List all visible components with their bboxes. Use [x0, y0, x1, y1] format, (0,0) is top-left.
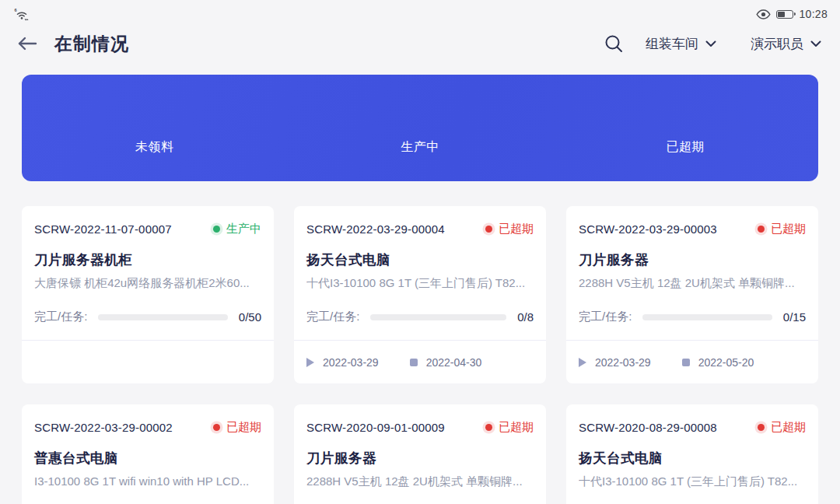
battery-icon	[776, 10, 793, 19]
stop-icon	[410, 359, 418, 366]
status-badge: 已超期	[758, 222, 806, 236]
status-label: 已超期	[771, 420, 806, 435]
wifi-icon: 6	[14, 8, 30, 21]
tab-in-production[interactable]: 生产中	[287, 139, 552, 181]
status-label: 已超期	[771, 222, 806, 236]
stop-icon	[682, 359, 690, 366]
status-badge: 已超期	[485, 420, 534, 435]
product-spec: 十代I3-10100 8G 1T (三年上门售后) T82...	[579, 474, 806, 489]
work-order-card[interactable]: SCRW-2022-11-07-00007 生产中 刀片服务器机柜 大唐保镖 机…	[22, 206, 274, 383]
product-title: 刀片服务器	[306, 449, 534, 467]
progress-label: 完工/任务:	[34, 310, 87, 324]
product-spec: I3-10100 8G 1T wifi win10 with HP LCD...	[34, 474, 261, 488]
work-order-card[interactable]: SCRW-2022-03-29-00004 已超期 扬天台式电脑 十代I3-10…	[294, 206, 546, 383]
start-date-label: 2022-03-29	[323, 356, 379, 369]
status-badge: 生产中	[213, 222, 261, 236]
work-order-card[interactable]: SCRW-2022-03-29-00003 已超期 刀片服务器 2288H V5…	[566, 206, 818, 383]
progress-bar	[642, 314, 772, 320]
summary-banner: 未领料 生产中 已超期	[22, 75, 818, 181]
order-number: SCRW-2020-08-29-00008	[579, 421, 717, 434]
product-spec: 大唐保镖 机柜42u网络服务器机柜2米60...	[34, 276, 261, 291]
status-dot-icon	[485, 226, 492, 233]
status-time: 10:28	[799, 8, 828, 20]
status-dot-icon	[758, 226, 765, 233]
start-icon	[306, 358, 314, 367]
start-date-label: 2022-03-29	[595, 356, 651, 369]
progress-label: 完工/任务:	[306, 310, 359, 324]
search-icon[interactable]	[600, 30, 627, 57]
page-title: 在制情况	[54, 32, 129, 56]
start-date: 2022-03-29	[579, 356, 651, 369]
progress-label: 完工/任务:	[579, 310, 632, 324]
product-spec: 2288H V5主机 12盘 2U机架式 单颗铜牌...	[306, 474, 534, 489]
user-selector[interactable]: 演示职员	[751, 35, 821, 53]
status-label: 已超期	[499, 222, 534, 236]
start-icon	[579, 358, 586, 367]
order-number: SCRW-2020-09-01-00009	[306, 421, 445, 434]
end-date: 2022-05-20	[682, 356, 754, 369]
chevron-down-icon	[810, 40, 821, 47]
card-footer: 2022-03-29 2022-04-30	[294, 340, 546, 383]
card-footer: 2022-03-29 2022-05-20	[566, 340, 818, 383]
workshop-selector[interactable]: 组装车间	[646, 35, 716, 53]
status-dot-icon	[758, 424, 765, 431]
end-date-label: 2022-05-20	[698, 356, 754, 369]
work-order-card[interactable]: SCRW-2020-08-29-00008 已超期 扬天台式电脑 十代I3-10…	[566, 404, 818, 504]
start-date: 2022-03-29	[306, 356, 379, 369]
status-badge: 已超期	[213, 420, 261, 435]
status-dot-icon	[213, 226, 220, 233]
svg-text:6: 6	[15, 8, 17, 12]
product-title: 扬天台式电脑	[306, 250, 534, 269]
product-title: 扬天台式电脑	[579, 449, 806, 467]
status-dot-icon	[213, 424, 220, 431]
eye-icon	[756, 9, 771, 19]
status-bar: 6 10:28	[0, 0, 840, 23]
order-number: SCRW-2022-03-29-00004	[306, 222, 445, 236]
order-number: SCRW-2022-03-29-00003	[579, 222, 717, 236]
progress-value: 0/50	[239, 310, 261, 324]
user-selector-label: 演示职员	[751, 35, 803, 53]
workshop-selector-label: 组装车间	[646, 35, 698, 53]
order-number: SCRW-2022-03-29-00002	[34, 421, 173, 434]
progress-bar	[98, 314, 227, 320]
status-dot-icon	[485, 424, 492, 431]
chevron-down-icon	[705, 40, 716, 47]
status-label: 生产中	[226, 222, 261, 236]
product-title: 刀片服务器	[579, 250, 806, 269]
product-spec: 十代I3-10100 8G 1T (三年上门售后) T82...	[306, 276, 534, 291]
status-badge: 已超期	[758, 420, 806, 435]
product-title: 普惠台式电脑	[34, 449, 261, 467]
tab-overdue[interactable]: 已超期	[553, 139, 818, 181]
progress-value: 0/15	[783, 310, 806, 324]
status-badge: 已超期	[485, 222, 534, 236]
product-spec: 2288H V5主机 12盘 2U机架式 单颗铜牌...	[579, 276, 806, 291]
status-label: 已超期	[226, 420, 261, 435]
end-date: 2022-04-30	[410, 356, 482, 369]
order-number: SCRW-2022-11-07-00007	[34, 222, 172, 236]
status-label: 已超期	[499, 420, 534, 435]
header: 在制情况 组装车间 演示职员	[0, 23, 840, 64]
card-footer	[22, 340, 274, 383]
work-order-card[interactable]: SCRW-2022-03-29-00002 已超期 普惠台式电脑 I3-1010…	[22, 404, 274, 504]
tab-unpicked-material[interactable]: 未领料	[22, 139, 287, 181]
work-order-card[interactable]: SCRW-2020-09-01-00009 已超期 刀片服务器 2288H V5…	[294, 404, 546, 504]
work-order-list: SCRW-2022-11-07-00007 生产中 刀片服务器机柜 大唐保镖 机…	[22, 206, 818, 504]
end-date-label: 2022-04-30	[426, 356, 482, 369]
progress-bar	[370, 314, 506, 320]
product-title: 刀片服务器机柜	[34, 250, 261, 269]
progress-value: 0/8	[517, 310, 534, 324]
back-button[interactable]	[16, 32, 39, 55]
